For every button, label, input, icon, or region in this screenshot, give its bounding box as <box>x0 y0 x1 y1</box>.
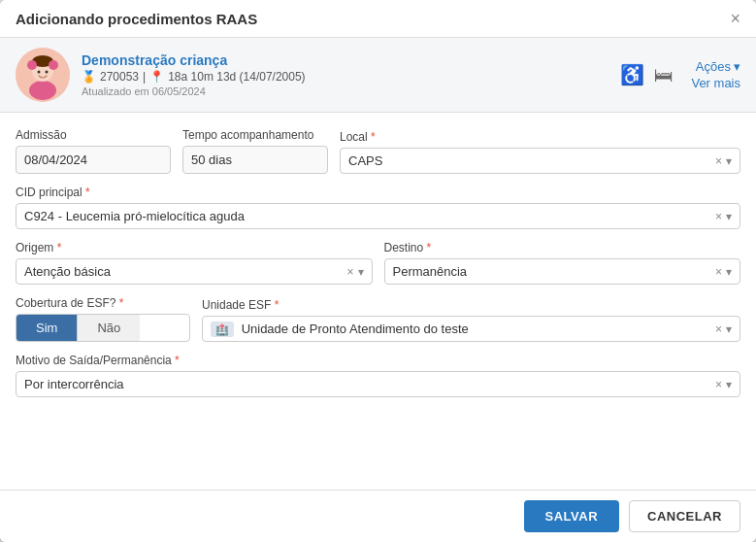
patient-id: 270053 <box>100 70 139 84</box>
actions-links: Ações ▾ Ver mais <box>691 59 740 90</box>
admissao-label: Admissão <box>16 128 171 142</box>
cobertura-sim-button[interactable]: Sim <box>16 315 78 341</box>
form-row-2: CID principal * C924 - Leucemia pró-miel… <box>16 186 740 229</box>
ver-mais-button[interactable]: Ver mais <box>691 76 740 90</box>
form-row-4: Cobertura de ESF? * Sim Não Unidade ESF … <box>16 296 740 342</box>
cobertura-toggle-group: Sim Não <box>16 314 190 342</box>
origem-select[interactable]: Atenção básica × ▾ <box>16 258 373 285</box>
patient-updated: Atualizado em 06/05/2024 <box>82 85 306 97</box>
local-controls: × ▾ <box>715 154 732 168</box>
cobertura-label: Cobertura de ESF? * <box>16 296 190 310</box>
disability-icon: ♿ <box>620 63 644 86</box>
admissao-input-wrapper: 📅 <box>16 146 171 174</box>
svg-point-4 <box>27 60 37 70</box>
unidade-select[interactable]: 🏥 Unidade de Pronto Atendimento do teste… <box>202 316 740 342</box>
admissao-group: Admissão 📅 <box>16 128 171 174</box>
destino-group: Destino * Permanência × ▾ <box>384 241 741 285</box>
motivo-label: Motivo de Saída/Permanência * <box>16 354 740 367</box>
cancel-button[interactable]: CANCELAR <box>629 500 740 532</box>
cid-select[interactable]: C924 - Leucemia pró-mielocítica aguda × … <box>16 203 740 229</box>
patient-age: 18a 10m 13d (14/07/2005) <box>168 70 305 84</box>
close-button[interactable]: × <box>730 10 740 27</box>
avatar <box>16 48 70 102</box>
origem-chevron-icon[interactable]: ▾ <box>358 265 364 279</box>
unidade-group: Unidade ESF * 🏥 Unidade de Pronto Atendi… <box>202 298 740 342</box>
motivo-value: Por intercorrência <box>24 377 715 391</box>
cobertura-group: Cobertura de ESF? * Sim Não <box>16 296 190 342</box>
svg-point-7 <box>46 71 49 74</box>
destino-select[interactable]: Permanência × ▾ <box>384 258 741 285</box>
destino-chevron-icon[interactable]: ▾ <box>726 265 732 279</box>
unidade-clear-icon[interactable]: × <box>715 322 722 336</box>
form-row-1: Admissão 📅 Tempo acompanhamento Local * <box>16 128 740 174</box>
destino-label: Destino * <box>384 241 741 254</box>
acoes-label: Ações <box>696 59 731 74</box>
motivo-clear-icon[interactable]: × <box>715 378 722 391</box>
tempo-group: Tempo acompanhamento <box>182 128 328 174</box>
patient-info: Demonstração criança 🏅 270053 | 📍 18a 10… <box>82 52 306 97</box>
origem-clear-icon[interactable]: × <box>346 265 353 279</box>
cid-value: C924 - Leucemia pró-mielocítica aguda <box>24 209 715 223</box>
location-icon: 📍 <box>149 70 164 84</box>
destino-clear-icon[interactable]: × <box>715 265 722 279</box>
destino-controls: × ▾ <box>715 265 732 279</box>
svg-point-6 <box>38 71 41 74</box>
local-clear-icon[interactable]: × <box>715 154 722 168</box>
cobertura-nao-button[interactable]: Não <box>78 315 140 341</box>
acoes-button[interactable]: Ações ▾ <box>696 59 740 74</box>
origem-label: Origem * <box>16 241 373 254</box>
cid-clear-icon[interactable]: × <box>715 210 722 223</box>
local-select[interactable]: CAPS × ▾ <box>340 148 740 174</box>
cid-label: CID principal * <box>16 186 740 199</box>
origem-group: Origem * Atenção básica × ▾ <box>16 241 373 285</box>
unidade-value: 🏥 Unidade de Pronto Atendimento do teste <box>211 322 715 336</box>
svg-point-1 <box>29 81 56 100</box>
origem-controls: × ▾ <box>346 265 363 279</box>
tempo-label: Tempo acompanhamento <box>182 128 328 142</box>
local-label: Local * <box>340 130 740 144</box>
patient-meta: 🏅 270053 | 📍 18a 10m 13d (14/07/2005) <box>82 70 306 84</box>
admissao-input[interactable] <box>16 147 171 173</box>
tempo-input[interactable] <box>182 146 328 174</box>
cid-group: CID principal * C924 - Leucemia pró-miel… <box>16 186 740 229</box>
modal-title: Adicionando procedimentos RAAS <box>16 11 257 27</box>
local-group: Local * CAPS × ▾ <box>340 130 740 174</box>
unidade-tag-icon: 🏥 <box>211 322 234 337</box>
cid-controls: × ▾ <box>715 210 732 223</box>
modal-header: Adicionando procedimentos RAAS × <box>0 0 756 38</box>
patient-icons: ♿ 🛏 <box>620 63 674 86</box>
motivo-chevron-icon[interactable]: ▾ <box>726 378 732 391</box>
save-button[interactable]: SALVAR <box>524 500 620 532</box>
destino-value: Permanência <box>393 264 715 279</box>
patient-section: Demonstração criança 🏅 270053 | 📍 18a 10… <box>0 38 756 113</box>
modal: Adicionando procedimentos RAAS × <box>0 0 756 542</box>
unidade-controls: × ▾ <box>715 322 732 336</box>
unidade-label: Unidade ESF * <box>202 298 740 312</box>
form-row-5: Motivo de Saída/Permanência * Por interc… <box>16 354 740 397</box>
star-icon: 🏅 <box>82 70 96 84</box>
chevron-down-icon: ▾ <box>734 59 740 74</box>
modal-footer: SALVAR CANCELAR <box>0 490 756 542</box>
unidade-chevron-icon[interactable]: ▾ <box>726 322 732 336</box>
patient-right: ♿ 🛏 Ações ▾ Ver mais <box>620 59 740 90</box>
local-value: CAPS <box>348 153 715 168</box>
motivo-controls: × ▾ <box>715 378 732 391</box>
modal-body: Admissão 📅 Tempo acompanhamento Local * <box>0 113 756 490</box>
local-chevron-icon[interactable]: ▾ <box>726 154 732 168</box>
patient-name: Demonstração criança <box>82 52 306 68</box>
origem-value: Atenção básica <box>24 264 346 279</box>
patient-left: Demonstração criança 🏅 270053 | 📍 18a 10… <box>16 48 306 102</box>
svg-point-5 <box>49 60 58 70</box>
form-row-3: Origem * Atenção básica × ▾ Destino * <box>16 241 740 285</box>
bed-icon: 🛏 <box>654 64 674 86</box>
motivo-group: Motivo de Saída/Permanência * Por interc… <box>16 354 740 397</box>
motivo-select[interactable]: Por intercorrência × ▾ <box>16 371 740 397</box>
cid-chevron-icon[interactable]: ▾ <box>726 210 732 223</box>
